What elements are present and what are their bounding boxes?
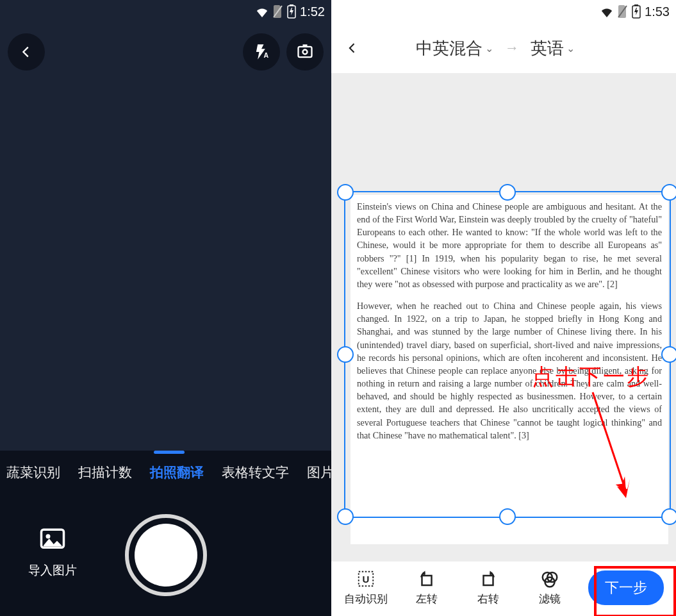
auto-detect-icon: U [356,569,375,588]
bottom-action-bar: U 自动识别 左转 右转 滤镜 [331,561,676,616]
rotate-right-button[interactable]: 右转 [466,569,511,606]
target-language-label: 英语 [531,37,564,60]
next-button[interactable]: 下一步 [588,570,664,605]
document-text: Einstein's views on China and Chinese pe… [350,195,668,442]
right-header: 中英混合 ⌄ → 英语 ⌄ [331,23,676,73]
tab-table-to-text[interactable]: 表格转文字 [222,463,289,481]
settings-icon[interactable] [286,33,324,71]
svg-rect-15 [422,576,432,585]
left-topbar: A [0,23,331,81]
filter-label: 滤镜 [539,592,561,606]
filter-button[interactable]: 滤镜 [527,569,572,606]
auto-detect-button[interactable]: U 自动识别 [343,569,388,606]
image-icon [39,526,66,553]
capture-bar: 导入图片 [0,494,331,616]
right-statusbar: 1:53 [331,0,676,23]
battery-charging-icon [287,4,296,19]
import-image-button[interactable]: 导入图片 [28,526,77,579]
svg-point-5 [303,50,308,54]
chevron-down-icon: ⌄ [485,42,493,54]
svg-text:A: A [264,51,269,59]
tab-scan-count[interactable]: 扫描计数 [78,463,132,481]
import-label: 导入图片 [28,562,77,579]
auto-detect-label: 自动识别 [344,592,388,606]
svg-text:U: U [362,574,369,585]
rotate-right-icon [479,569,498,588]
shutter-inner [135,524,197,587]
filter-icon [540,569,559,588]
next-button-label: 下一步 [605,579,647,595]
rotate-right-label: 右转 [477,592,499,606]
left-clock: 1:52 [300,4,325,19]
right-clock: 1:53 [645,4,670,19]
tab-photo-translate[interactable]: 拍照翻译 [150,463,204,481]
left-statusbar: 1:52 [0,0,331,23]
arrow-right-icon: → [505,40,519,56]
source-language-label: 中英混合 [416,37,482,60]
camera-viewfinder [0,81,331,451]
crop-area[interactable]: Einstein's views on China and Chinese pe… [331,73,676,561]
wifi-icon [600,6,614,17]
rotate-left-icon [417,569,436,588]
wifi-icon [255,6,269,17]
left-phone: 1:52 A 蔬菜识别 扫描计数 拍照翻译 表格转文字 图片转w [0,0,331,616]
chevron-down-icon: ⌄ [566,42,575,54]
svg-rect-6 [303,44,308,47]
source-language-select[interactable]: 中英混合 ⌄ [416,37,493,60]
document-paragraph-1: Einstein's views on China and Chinese pe… [357,200,662,290]
back-button[interactable] [8,33,45,71]
svg-rect-4 [299,47,312,57]
svg-rect-11 [634,4,638,6]
language-selector: 中英混合 ⌄ → 英语 ⌄ [416,37,575,60]
tab-image-to[interactable]: 图片转w [307,463,331,481]
svg-rect-17 [483,576,493,585]
battery-charging-icon [632,4,641,19]
tab-vegetable[interactable]: 蔬菜识别 [6,463,60,481]
target-language-select[interactable]: 英语 ⌄ [531,37,575,60]
rotate-left-button[interactable]: 左转 [404,569,449,606]
back-button[interactable] [340,36,365,60]
tab-indicator [154,451,185,454]
mode-tabs: 蔬菜识别 扫描计数 拍照翻译 表格转文字 图片转w [0,451,331,494]
right-phone: 1:53 中英混合 ⌄ → 英语 ⌄ Einstein's v [331,0,676,616]
no-sim-icon [618,5,628,18]
shutter-button[interactable] [125,514,207,596]
no-sim-icon [273,5,283,18]
svg-rect-2 [290,4,293,6]
annotation-text: 点击下一步 [532,362,650,392]
flash-auto-button[interactable]: A [243,33,280,71]
rotate-left-label: 左转 [416,592,438,606]
svg-point-8 [46,534,51,538]
